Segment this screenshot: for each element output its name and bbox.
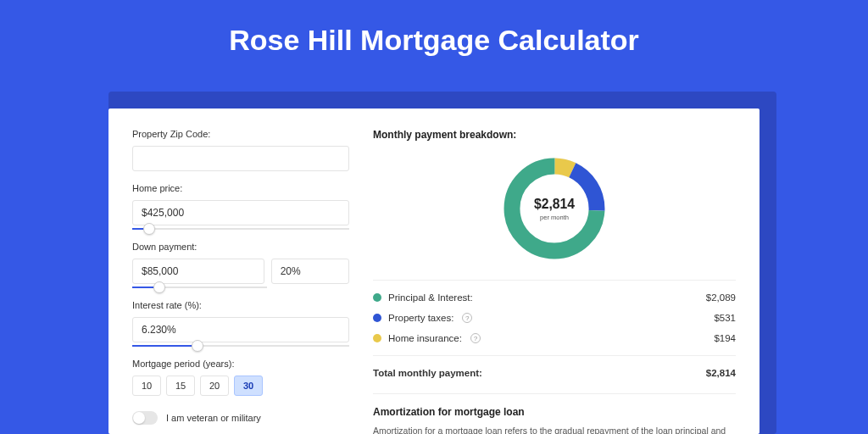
breakdown-label: Home insurance:: [388, 333, 462, 343]
slider-knob[interactable]: [143, 223, 155, 235]
info-icon[interactable]: ?: [462, 313, 472, 323]
slider-knob[interactable]: [192, 340, 203, 352]
down-payment-pct-input[interactable]: [271, 259, 349, 284]
period-options: 10152030: [132, 376, 349, 396]
home-price-slider[interactable]: [132, 228, 349, 230]
total-label: Total monthly payment:: [373, 368, 482, 378]
down-payment-slider[interactable]: [132, 287, 267, 288]
interest-label: Interest rate (%):: [132, 300, 349, 310]
donut-chart: $2,814 per month: [373, 149, 736, 273]
breakdown-panel: Monthly payment breakdown: $2,814 per mo…: [373, 129, 736, 414]
breakdown-value: $194: [714, 333, 736, 343]
total-row: Total monthly payment: $2,814: [373, 363, 736, 383]
down-payment-label: Down payment:: [132, 242, 349, 252]
home-price-label: Home price:: [132, 183, 349, 193]
home-price-input[interactable]: [132, 200, 349, 225]
interest-input[interactable]: [132, 317, 349, 342]
divider: [373, 280, 736, 281]
divider: [373, 393, 736, 394]
veteran-toggle[interactable]: [132, 411, 158, 425]
amortization-body: Amortization for a mortgage loan refers …: [373, 425, 736, 434]
period-option-10[interactable]: 10: [132, 376, 161, 396]
donut-center-sub: per month: [540, 214, 569, 221]
down-payment-input[interactable]: [132, 259, 264, 284]
veteran-label: I am veteran or military: [166, 413, 261, 423]
zip-input[interactable]: [132, 146, 349, 171]
amortization-title: Amortization for mortgage loan: [373, 406, 736, 418]
form-panel: Property Zip Code: Home price: Down paym…: [132, 129, 349, 414]
period-option-30[interactable]: 30: [234, 376, 263, 396]
period-label: Mortgage period (years):: [132, 359, 349, 369]
breakdown-value: $531: [714, 313, 736, 323]
info-icon[interactable]: ?: [470, 333, 481, 343]
legend-dot: [373, 293, 381, 302]
calculator-card: Property Zip Code: Home price: Down paym…: [108, 108, 760, 434]
page-title: Rose Hill Mortgage Calculator: [0, 0, 868, 72]
divider: [373, 355, 736, 356]
interest-slider[interactable]: [132, 345, 349, 347]
legend-dot: [373, 334, 381, 342]
legend-dot: [373, 314, 381, 322]
veteran-row: I am veteran or military: [132, 411, 349, 425]
period-option-15[interactable]: 15: [166, 376, 195, 396]
breakdown-value: $2,089: [706, 292, 736, 303]
breakdown-label: Principal & Interest:: [388, 292, 473, 303]
breakdown-row: Principal & Interest:$2,089: [373, 287, 736, 308]
zip-label: Property Zip Code:: [132, 129, 349, 139]
breakdown-label: Property taxes:: [388, 313, 453, 323]
period-option-20[interactable]: 20: [200, 376, 229, 396]
slider-knob[interactable]: [153, 281, 165, 293]
breakdown-row: Property taxes:?$531: [373, 308, 736, 328]
breakdown-row: Home insurance:?$194: [373, 328, 736, 348]
breakdown-title: Monthly payment breakdown:: [373, 129, 736, 141]
donut-center-value: $2,814: [534, 197, 575, 211]
total-value: $2,814: [706, 368, 736, 378]
